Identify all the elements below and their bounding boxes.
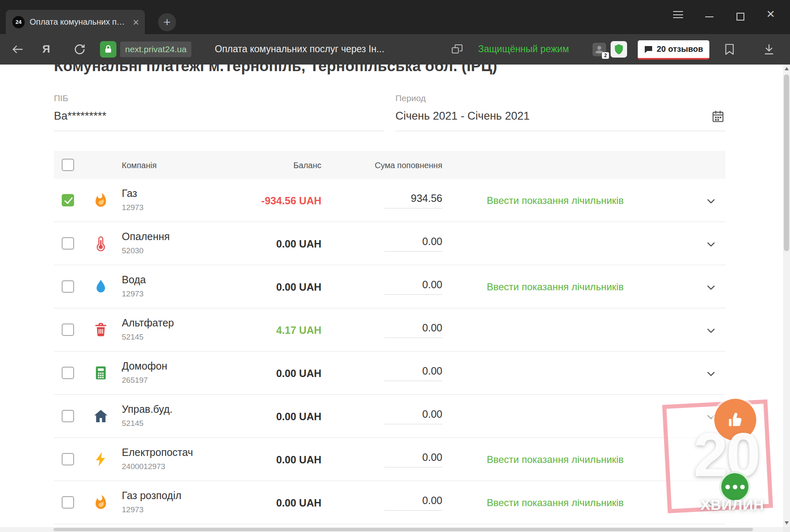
protect-shield-icon[interactable] [611,41,627,58]
column-header-company: Компанія [122,161,157,170]
select-all-checkbox[interactable] [62,159,74,171]
period-field-label: Период [395,93,725,103]
service-row: Газ 12973 -934.56 UAH 934.56 Ввести пока… [54,179,725,222]
name-field-label: ПІБ [54,93,384,103]
browser-menu-icon[interactable] [673,11,683,18]
reviews-button[interactable]: 20 отзывов [638,40,709,60]
row-checkbox[interactable] [62,496,74,509]
service-code: 2400012973 [122,462,193,471]
horizontal-scroll-thumb[interactable] [53,528,753,531]
flame-icon [93,192,109,208]
tab-title: Оплата комунальних по... [30,17,128,27]
chevron-down-icon[interactable] [705,497,717,509]
extension-icon[interactable]: 2 [592,43,606,56]
service-name: Домофон [122,360,167,372]
page-content: Комунальні платежі м.Тернопіль, Тернопіл… [0,65,783,527]
address-bar-url[interactable]: next.privat24.ua [120,42,191,57]
amount-input[interactable]: 934.56 [384,189,442,208]
service-info: Управ.буд. 52145 [122,403,172,428]
service-balance: 0.00 UAH [210,454,321,466]
service-info: Альтфатер 52145 [122,317,174,342]
page-title: Комунальні платежі м.Тернопіль, Тернопіл… [54,65,497,75]
browser-toolbar: Я next.privat24.ua Оплата комунальних по… [0,34,790,65]
tab-close-icon[interactable]: × [133,17,139,28]
intercom-icon [93,365,109,381]
bookmark-icon[interactable] [724,43,735,56]
back-icon[interactable] [11,43,24,56]
window-close-button[interactable]: × [767,7,775,21]
scroll-up-arrow[interactable] [785,67,789,70]
service-balance: -934.56 UAH [210,195,321,207]
row-checkbox[interactable] [62,194,74,206]
name-field-value[interactable]: Ва********* [54,110,384,131]
calendar-icon[interactable] [711,110,725,123]
open-in-window-icon[interactable] [451,44,463,55]
name-field: ПІБ Ва********* [54,93,384,131]
row-checkbox[interactable] [62,410,74,422]
amount-input[interactable]: 0.00 [384,275,442,295]
browser-tab[interactable]: 24 Оплата комунальних по... × [6,10,145,34]
amount-input[interactable]: 0.00 [384,319,442,338]
chevron-down-icon[interactable] [705,281,717,294]
protected-mode-label[interactable]: Защищённый режим [478,44,569,55]
vertical-scroll-thumb[interactable] [784,74,789,251]
meters-link[interactable]: Ввести показання лічильників [487,281,624,293]
row-checkbox[interactable] [62,367,74,379]
amount-value: 934.56 [384,189,442,207]
horizontal-scrollbar[interactable] [0,527,783,532]
service-balance: 0.00 UAH [210,411,321,423]
row-checkbox[interactable] [62,280,74,293]
service-code: 265197 [122,376,167,385]
row-checkbox[interactable] [62,453,74,465]
row-checkbox[interactable] [62,324,74,336]
window-minimize-button[interactable] [705,16,713,17]
window-maximize-button[interactable] [737,13,744,21]
new-tab-button[interactable]: + [158,13,176,31]
service-info: Газ 12973 [122,187,144,212]
service-balance: 0.00 UAH [210,281,321,293]
yandex-search-icon[interactable]: Я [42,43,50,56]
amount-value: 0.00 [384,319,442,337]
service-name: Газ [122,187,144,199]
chevron-down-icon[interactable] [705,324,717,337]
service-name: Альтфатер [122,317,174,329]
privat24-favicon: 24 [12,16,25,28]
amount-value: 0.00 [384,405,442,423]
chevron-down-icon[interactable] [705,238,717,250]
chevron-down-icon[interactable] [705,454,717,466]
amount-value: 0.00 [384,362,442,380]
amount-input[interactable]: 0.00 [384,405,442,424]
reload-icon[interactable] [73,43,86,55]
period-value-text: Січень 2021 - Січень 2021 [395,110,530,122]
service-name: Опалення [122,231,170,243]
meters-link[interactable]: Ввести показання лічильників [487,454,624,465]
meters-link[interactable]: Ввести показання лічильників [487,497,624,509]
amount-value: 0.00 [384,275,442,294]
service-name: Газ розподіл [122,490,181,502]
service-balance: 0.00 UAH [210,238,321,250]
extension-badge: 2 [602,52,609,59]
service-info: Електропостач 2400012973 [122,446,193,471]
amount-input[interactable]: 0.00 [384,448,442,467]
download-icon[interactable] [763,43,775,56]
chevron-down-icon[interactable] [705,368,717,380]
period-field-value[interactable]: Січень 2021 - Січень 2021 [395,110,725,131]
service-code: 12973 [122,203,144,212]
vertical-scrollbar[interactable] [783,65,790,527]
amount-input[interactable]: 0.00 [384,362,442,381]
chevron-down-icon[interactable] [705,195,717,207]
meters-link[interactable]: Ввести показання лічильників [487,195,624,206]
chevron-down-icon[interactable] [705,411,717,423]
scroll-down-arrow[interactable] [785,521,789,525]
row-checkbox[interactable] [62,237,74,250]
service-name: Вода [122,274,146,286]
lock-icon[interactable] [100,41,116,58]
amount-input[interactable]: 0.00 [384,491,442,511]
service-balance: 4.17 UAH [210,324,321,336]
amount-value: 0.00 [384,448,442,466]
address-bar-page-title: Оплата комунальних послуг через Ін... [215,44,384,55]
service-info: Опалення 52030 [122,231,170,255]
service-name: Електропостач [122,446,193,458]
service-info: Вода 12973 [122,274,146,298]
amount-input[interactable]: 0.00 [384,232,442,252]
